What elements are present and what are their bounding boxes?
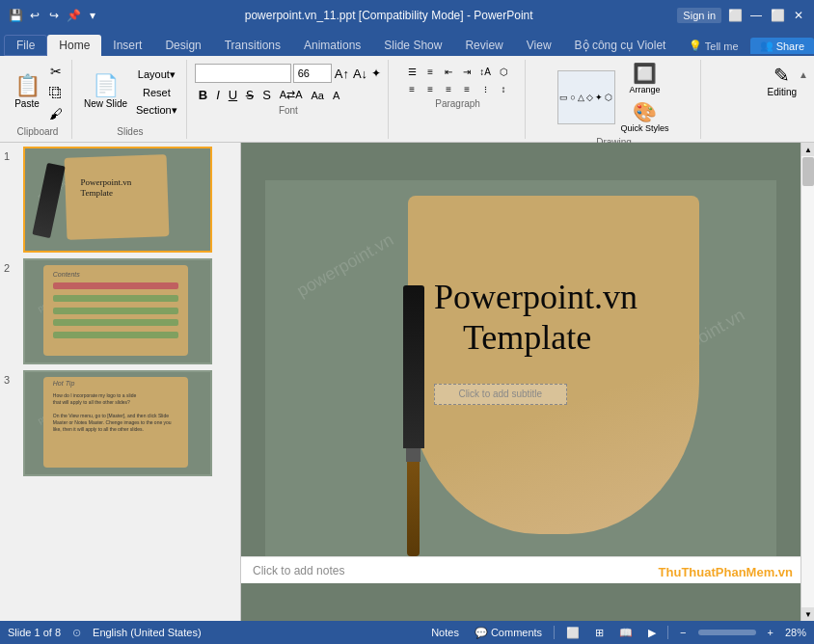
- canvas-area: powerpoint.vn powerpoint.vn Powerpoint.v…: [241, 143, 800, 621]
- editing-button[interactable]: ✎ Editing: [768, 64, 798, 97]
- font-shrink-icon[interactable]: A↓: [352, 66, 368, 82]
- redo-icon[interactable]: ↪: [46, 8, 62, 23]
- scroll-down-button[interactable]: ▼: [801, 607, 814, 621]
- font-color-button[interactable]: A: [329, 89, 343, 102]
- tab-violet[interactable]: Bộ công cụ Violet: [563, 35, 678, 56]
- increase-indent-button[interactable]: ⇥: [458, 64, 475, 79]
- slide-thumbnail-1[interactable]: 1 powerpoint.vn Powerpoint.vnTemplate: [4, 147, 236, 253]
- layout-button[interactable]: Layout▾: [133, 67, 180, 83]
- shapes-palette[interactable]: ▭○△ ◇✦⬡: [557, 70, 615, 124]
- line-spacing-button[interactable]: ↕: [495, 81, 512, 96]
- font-name-row: 66 A↑ A↓ ✦: [195, 64, 382, 83]
- numbered-list-button[interactable]: ≡: [421, 64, 439, 79]
- tab-file[interactable]: File: [4, 35, 47, 56]
- text-direction-button[interactable]: ↕A: [476, 64, 494, 79]
- new-slide-button[interactable]: 📄 New Slide: [80, 67, 131, 119]
- tab-view[interactable]: View: [515, 35, 563, 56]
- zoom-slider[interactable]: [698, 630, 756, 635]
- align-right-button[interactable]: ≡: [440, 81, 457, 96]
- paste-button[interactable]: 📋 Paste: [10, 67, 44, 119]
- scroll-thumb[interactable]: [802, 157, 814, 186]
- bold-button[interactable]: B: [195, 87, 211, 103]
- reset-button[interactable]: Reset: [133, 85, 180, 100]
- subtitle-placeholder[interactable]: Click to add subtitle: [434, 384, 567, 405]
- char-spacing-button[interactable]: A⇄A: [276, 88, 307, 102]
- italic-button[interactable]: I: [212, 87, 224, 103]
- tab-animations[interactable]: Animations: [292, 35, 372, 56]
- slide-img-1[interactable]: powerpoint.vn Powerpoint.vnTemplate: [23, 147, 212, 253]
- font-controls: 66 A↑ A↓ ✦ B I U S̶ S A⇄A Aa A: [195, 64, 382, 103]
- bullet-list-button[interactable]: ☰: [403, 64, 421, 79]
- zoom-out-button[interactable]: −: [676, 625, 690, 640]
- undo-icon[interactable]: ↩: [27, 8, 42, 23]
- accessibility-icon[interactable]: ⊙: [72, 627, 81, 639]
- slide-thumbnail-2[interactable]: 2 powerpoint.vn Contents: [4, 258, 236, 364]
- font-name-input[interactable]: [195, 64, 291, 83]
- close-icon[interactable]: ✕: [791, 8, 806, 23]
- notes-bar[interactable]: Click to add notes ThuThuatPhanMem.vn: [241, 556, 800, 583]
- decrease-indent-button[interactable]: ⇤: [440, 64, 457, 79]
- comments-button[interactable]: 💬 Comments: [471, 625, 546, 641]
- shadow-button[interactable]: S: [258, 87, 275, 103]
- vertical-scrollbar: ▲ ▼: [800, 143, 814, 621]
- share-button[interactable]: 👥 Share: [750, 38, 814, 54]
- paste-icon: 📋: [14, 75, 41, 96]
- format-painter-button[interactable]: 🖌: [46, 104, 66, 123]
- slide-thumbnail-3[interactable]: 3 powerpoint.vn Hot Tip How do I incorpo…: [4, 370, 236, 476]
- new-slide-icon: 📄: [93, 75, 119, 96]
- title-bar-left-icons: 💾 ↩ ↪ 📌 ▾: [8, 8, 100, 23]
- copy-button[interactable]: ⿻: [46, 83, 66, 102]
- tab-review[interactable]: Review: [453, 35, 514, 56]
- change-case-button[interactable]: Aa: [308, 89, 328, 102]
- slide-sorter-button[interactable]: ⊞: [591, 625, 608, 641]
- tab-transitions[interactable]: Transitions: [213, 35, 292, 56]
- save-icon[interactable]: 💾: [8, 8, 23, 23]
- reading-view-button[interactable]: 📖: [615, 625, 637, 641]
- tell-me-button[interactable]: 💡 Tell me: [681, 38, 746, 54]
- tab-slideshow[interactable]: Slide Show: [372, 35, 453, 56]
- cut-button[interactable]: ✂: [46, 62, 66, 81]
- arrange-icon: 🔲: [633, 62, 657, 85]
- font-label: Font: [279, 103, 298, 118]
- section-button[interactable]: Section▾: [133, 102, 180, 119]
- clear-format-icon[interactable]: ✦: [370, 66, 382, 81]
- maximize-icon[interactable]: ⬜: [770, 8, 785, 23]
- tab-insert[interactable]: Insert: [101, 35, 153, 56]
- normal-view-button[interactable]: ⬜: [562, 625, 583, 641]
- align-left-button[interactable]: ≡: [403, 81, 421, 96]
- clipboard-buttons: 📋 Paste ✂ ⿻ 🖌: [10, 60, 66, 124]
- slide-canvas[interactable]: powerpoint.vn powerpoint.vn Powerpoint.v…: [265, 180, 776, 556]
- bar1: [53, 282, 179, 289]
- tab-home[interactable]: Home: [47, 35, 101, 56]
- slide-num-3: 3: [4, 374, 17, 386]
- font-size-input[interactable]: 66: [293, 64, 332, 83]
- ribbon-tabs: File Home Insert Design Transitions Anim…: [0, 31, 814, 56]
- scroll-up-button[interactable]: ▲: [801, 143, 814, 156]
- paragraph-label: Paragraph: [435, 96, 480, 111]
- font-grow-icon[interactable]: A↑: [334, 66, 350, 82]
- signin-button[interactable]: Sign in: [677, 8, 721, 23]
- slide-img-3[interactable]: powerpoint.vn Hot Tip How do I incorpora…: [23, 370, 212, 476]
- zoom-in-button[interactable]: +: [764, 625, 777, 640]
- convert-smartart-button[interactable]: ⬡: [495, 64, 512, 79]
- arrange-button[interactable]: 🔲 Arrange: [624, 60, 666, 96]
- align-center-button[interactable]: ≡: [421, 81, 439, 96]
- pin-icon[interactable]: 📌: [66, 8, 81, 23]
- slideshow-button[interactable]: ▶: [644, 625, 660, 641]
- ribbon-collapse-button[interactable]: ▲: [799, 69, 808, 80]
- more-icon[interactable]: ▾: [85, 8, 100, 23]
- columns-button[interactable]: ⫶: [476, 81, 494, 96]
- slides-group: 📄 New Slide Layout▾ Reset Section▾ Slide…: [74, 60, 187, 139]
- justify-button[interactable]: ≡: [458, 81, 475, 96]
- notes-button[interactable]: Notes: [427, 625, 463, 640]
- strikethrough-button[interactable]: S̶: [242, 87, 258, 103]
- minimize-icon[interactable]: —: [748, 8, 764, 23]
- main-area: 1 powerpoint.vn Powerpoint.vnTemplate 2 …: [0, 143, 814, 621]
- quick-styles-button[interactable]: 🎨 Quick Styles: [619, 98, 671, 135]
- restore-icon[interactable]: ⬜: [727, 8, 743, 23]
- underline-button[interactable]: U: [225, 87, 241, 103]
- tab-design[interactable]: Design: [153, 35, 212, 56]
- brand-watermark: ThuThuatPhanMem.vn: [651, 561, 800, 583]
- slide-img-2[interactable]: powerpoint.vn Contents: [23, 258, 212, 364]
- slide-num-2: 2: [4, 262, 17, 274]
